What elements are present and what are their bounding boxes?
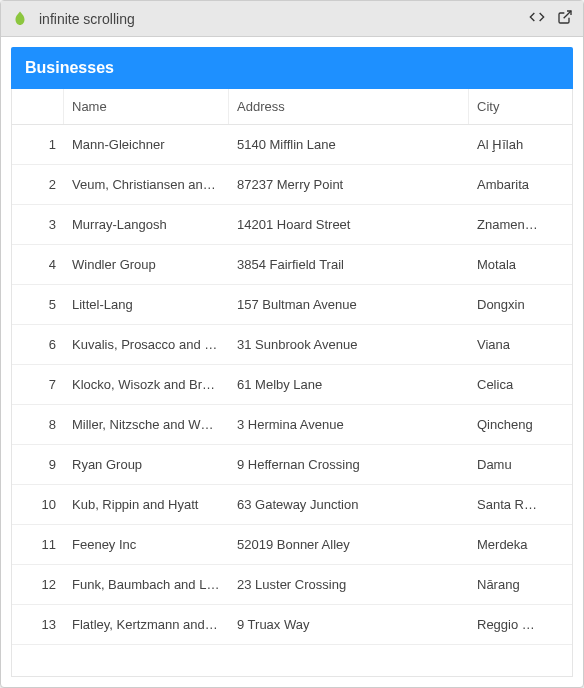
grid: Name Address City 1Mann-Gleichner5140 Mi…	[11, 89, 573, 677]
cell-address: 5140 Mifflin Lane	[229, 137, 469, 152]
cell-name: Klocko, Wisozk and Br…	[64, 377, 229, 392]
cell-city: Al Ḩīlah	[469, 137, 549, 152]
cell-name: Ryan Group	[64, 457, 229, 472]
cell-city: Nārang	[469, 577, 549, 592]
cell-index: 2	[12, 177, 64, 192]
cell-city: Znamen…	[469, 217, 549, 232]
cell-index: 10	[12, 497, 64, 512]
cell-address: 87237 Merry Point	[229, 177, 469, 192]
cell-city: Reggio …	[469, 617, 549, 632]
table-row[interactable]: 10Kub, Rippin and Hyatt63 Gateway Juncti…	[12, 485, 572, 525]
cell-name: Mann-Gleichner	[64, 137, 229, 152]
cell-address: 61 Melby Lane	[229, 377, 469, 392]
cell-address: 3854 Fairfield Trail	[229, 257, 469, 272]
table-row[interactable]: 1Mann-Gleichner5140 Mifflin LaneAl Ḩīlah	[12, 125, 572, 165]
code-icon[interactable]	[529, 9, 545, 29]
titlebar: infinite scrolling	[1, 1, 583, 37]
cell-name: Kub, Rippin and Hyatt	[64, 497, 229, 512]
cell-name: Veum, Christiansen and …	[64, 177, 229, 192]
cell-index: 13	[12, 617, 64, 632]
cell-name: Kuvalis, Prosacco and …	[64, 337, 229, 352]
cell-address: 3 Hermina Avenue	[229, 417, 469, 432]
grid-header-row: Name Address City	[12, 89, 572, 125]
cell-index: 1	[12, 137, 64, 152]
cell-name: Windler Group	[64, 257, 229, 272]
table-row[interactable]: 8Miller, Nitzsche and W…3 Hermina Avenue…	[12, 405, 572, 445]
column-header-name[interactable]: Name	[64, 89, 229, 124]
table-row[interactable]: 6Kuvalis, Prosacco and …31 Sunbrook Aven…	[12, 325, 572, 365]
cell-city: Dongxin	[469, 297, 549, 312]
cell-index: 6	[12, 337, 64, 352]
cell-address: 9 Heffernan Crossing	[229, 457, 469, 472]
cell-index: 11	[12, 537, 64, 552]
table-row[interactable]: 7Klocko, Wisozk and Br…61 Melby LaneCeli…	[12, 365, 572, 405]
cell-city: Santa R…	[469, 497, 549, 512]
cell-city: Merdeka	[469, 537, 549, 552]
cell-index: 9	[12, 457, 64, 472]
cell-index: 4	[12, 257, 64, 272]
titlebar-actions	[529, 9, 573, 29]
table-row[interactable]: 9Ryan Group9 Heffernan CrossingDamu	[12, 445, 572, 485]
cell-city: Qincheng	[469, 417, 549, 432]
cell-address: 63 Gateway Junction	[229, 497, 469, 512]
window-title: infinite scrolling	[39, 11, 529, 27]
table-row[interactable]: 4Windler Group3854 Fairfield TrailMotala	[12, 245, 572, 285]
cell-index: 7	[12, 377, 64, 392]
grid-body[interactable]: 1Mann-Gleichner5140 Mifflin LaneAl Ḩīlah…	[12, 125, 572, 676]
column-header-address[interactable]: Address	[229, 89, 469, 124]
content: Businesses Name Address City 1Mann-Gleic…	[1, 37, 583, 687]
table-row[interactable]: 13Flatley, Kertzmann and…9 Truax WayRegg…	[12, 605, 572, 645]
cell-address: 157 Bultman Avenue	[229, 297, 469, 312]
cell-city: Celica	[469, 377, 549, 392]
cell-city: Motala	[469, 257, 549, 272]
cell-name: Feeney Inc	[64, 537, 229, 552]
cell-name: Littel-Lang	[64, 297, 229, 312]
cell-name: Flatley, Kertzmann and…	[64, 617, 229, 632]
table-row[interactable]: 3Murray-Langosh14201 Hoard StreetZnamen…	[12, 205, 572, 245]
cell-name: Funk, Baumbach and L…	[64, 577, 229, 592]
cell-index: 5	[12, 297, 64, 312]
column-header-city[interactable]: City	[469, 89, 549, 124]
table-row[interactable]: 11Feeney Inc52019 Bonner AlleyMerdeka	[12, 525, 572, 565]
cell-city: Viana	[469, 337, 549, 352]
column-header-index[interactable]	[12, 89, 64, 124]
cell-name: Murray-Langosh	[64, 217, 229, 232]
cell-name: Miller, Nitzsche and W…	[64, 417, 229, 432]
sencha-icon	[11, 10, 29, 28]
table-row[interactable]: 2Veum, Christiansen and …87237 Merry Poi…	[12, 165, 572, 205]
cell-address: 52019 Bonner Alley	[229, 537, 469, 552]
cell-index: 12	[12, 577, 64, 592]
table-row[interactable]: 5Littel-Lang157 Bultman AvenueDongxin	[12, 285, 572, 325]
cell-address: 31 Sunbrook Avenue	[229, 337, 469, 352]
open-external-icon[interactable]	[557, 9, 573, 29]
cell-city: Ambarita	[469, 177, 549, 192]
cell-address: 14201 Hoard Street	[229, 217, 469, 232]
cell-index: 8	[12, 417, 64, 432]
table-row[interactable]: 12Funk, Baumbach and L…23 Luster Crossin…	[12, 565, 572, 605]
panel-header: Businesses	[11, 47, 573, 89]
svg-line-0	[564, 11, 571, 18]
window: infinite scrolling Businesses Name Addre…	[0, 0, 584, 688]
cell-city: Damu	[469, 457, 549, 472]
cell-index: 3	[12, 217, 64, 232]
cell-address: 9 Truax Way	[229, 617, 469, 632]
cell-address: 23 Luster Crossing	[229, 577, 469, 592]
